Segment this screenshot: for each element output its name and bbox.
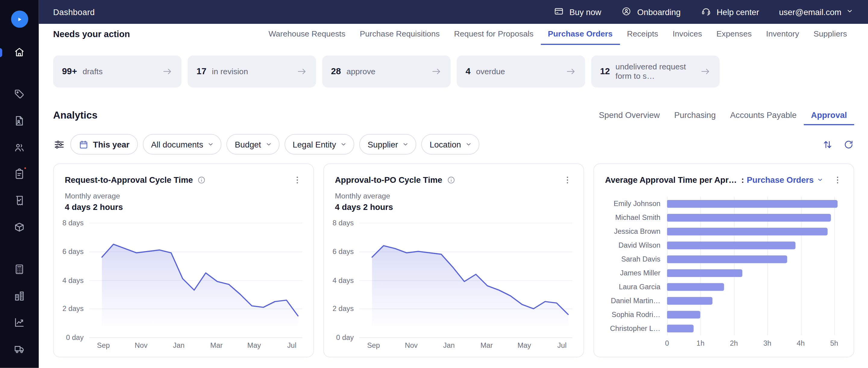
tab-inventory[interactable]: Inventory bbox=[759, 24, 806, 45]
tab-request-for-proposals[interactable]: Request for Proposals bbox=[447, 24, 541, 45]
analytics-tab-accounts-payable[interactable]: Accounts Payable bbox=[723, 105, 804, 125]
stat-card-approve[interactable]: 28approve bbox=[322, 56, 451, 88]
sidebar-item-orders[interactable] bbox=[0, 161, 39, 188]
bar bbox=[667, 310, 701, 318]
bar-row: Laura Garcia bbox=[605, 280, 843, 294]
x-tick-label: Sep bbox=[97, 341, 110, 349]
app-logo[interactable] bbox=[11, 10, 28, 28]
bar-label: Laura Garcia bbox=[605, 283, 667, 291]
bar-label: Jessica Brown bbox=[605, 227, 667, 235]
tab-warehouse-requests[interactable]: Warehouse Requests bbox=[261, 24, 352, 45]
chart-title: Approval-to-PO Cycle Time bbox=[335, 175, 442, 184]
bar-track bbox=[667, 210, 842, 224]
chevron-down-icon bbox=[265, 141, 272, 148]
bar-row: Sophia Rodri… bbox=[605, 307, 843, 321]
main-content: Needs your action Warehouse RequestsPurc… bbox=[39, 24, 868, 368]
date-range-picker[interactable]: This year bbox=[70, 134, 138, 154]
chart-menu-button[interactable] bbox=[292, 175, 302, 185]
buy-now-label: Buy now bbox=[569, 7, 601, 17]
sidebar-item-receipts[interactable] bbox=[0, 188, 39, 215]
bar-chart-area: Emily JohnsonMichael SmithJessica BrownD… bbox=[605, 197, 843, 347]
bar-track bbox=[667, 252, 842, 266]
stat-card-drafts[interactable]: 99+drafts bbox=[53, 56, 181, 88]
filter-location[interactable]: Location bbox=[421, 134, 479, 154]
chevron-down-icon bbox=[207, 141, 214, 148]
bar-track bbox=[667, 321, 842, 335]
sidebar-item-logistics[interactable] bbox=[0, 336, 39, 363]
sidebar-item-pricing[interactable] bbox=[0, 81, 39, 108]
analytics-tab-approval[interactable]: Approval bbox=[804, 105, 854, 125]
bar bbox=[667, 255, 787, 263]
chart-menu-button[interactable] bbox=[832, 175, 842, 185]
sidebar-item-inventory[interactable] bbox=[0, 215, 39, 241]
sidebar-item-budgets[interactable] bbox=[0, 256, 39, 283]
bar-track bbox=[667, 280, 842, 294]
bar-track bbox=[667, 307, 842, 321]
headset-icon bbox=[701, 6, 711, 18]
document-tabs: Warehouse RequestsPurchase RequisitionsR… bbox=[261, 24, 854, 45]
analytics-tab-purchasing[interactable]: Purchasing bbox=[667, 105, 723, 125]
bar bbox=[667, 214, 831, 221]
document-type-selector[interactable]: Purchase Orders bbox=[747, 175, 824, 184]
chart-menu-button[interactable] bbox=[562, 175, 572, 185]
help-center-button[interactable]: Help center bbox=[701, 6, 759, 18]
tab-expenses[interactable]: Expenses bbox=[709, 24, 759, 45]
filter-supplier[interactable]: Supplier bbox=[359, 134, 416, 154]
filter-budget[interactable]: Budget bbox=[226, 134, 279, 154]
arrow-right-icon bbox=[431, 66, 442, 77]
plot-area bbox=[359, 223, 572, 337]
tab-purchase-requisitions[interactable]: Purchase Requisitions bbox=[352, 24, 447, 45]
tab-receipts[interactable]: Receipts bbox=[620, 24, 665, 45]
sort-button[interactable] bbox=[822, 139, 833, 150]
filter-settings-button[interactable] bbox=[53, 138, 65, 150]
chart-card-average-approval-time: Average Approval Time per Apro… : Purcha… bbox=[593, 164, 854, 358]
info-icon[interactable] bbox=[197, 175, 206, 184]
tab-suppliers[interactable]: Suppliers bbox=[806, 24, 854, 45]
tab-invoices[interactable]: Invoices bbox=[665, 24, 709, 45]
bar-row: James Miller bbox=[605, 266, 843, 280]
analytics-chart-icon bbox=[13, 316, 25, 330]
stat-card-overdue[interactable]: 4overdue bbox=[457, 56, 585, 88]
line-chart-area: 8 days6 days4 days2 days0 daySepNovJanMa… bbox=[65, 223, 302, 349]
arrow-right-icon bbox=[565, 66, 576, 77]
x-tick-label: Jul bbox=[557, 341, 567, 349]
filter-all-documents[interactable]: All documents bbox=[143, 134, 221, 154]
y-axis: 8 days6 days4 days2 days0 day bbox=[335, 223, 359, 337]
buy-now-button[interactable]: Buy now bbox=[553, 6, 601, 18]
y-tick-label: 6 days bbox=[333, 247, 353, 256]
line-chart bbox=[359, 223, 572, 337]
bar-track bbox=[667, 197, 842, 210]
chevron-down-icon bbox=[846, 7, 854, 17]
tab-purchase-orders[interactable]: Purchase Orders bbox=[541, 24, 620, 45]
onboarding-button[interactable]: Onboarding bbox=[621, 6, 681, 18]
stat-card-in-revision[interactable]: 17in revision bbox=[188, 56, 316, 88]
info-icon[interactable] bbox=[447, 175, 456, 184]
plot-area bbox=[89, 223, 302, 337]
analytics-title: Analytics bbox=[53, 105, 97, 125]
filter-legal-entity[interactable]: Legal Entity bbox=[284, 134, 354, 154]
sidebar-item-analytics[interactable] bbox=[0, 310, 39, 336]
user-menu[interactable]: user@email.com bbox=[779, 7, 854, 17]
x-axis: SepNovJanMarMayJul bbox=[359, 338, 572, 349]
needs-action-title: Needs your action bbox=[53, 24, 130, 45]
stat-label: drafts bbox=[83, 67, 103, 76]
chart-card-header: Request-to-Approval Cycle Time bbox=[65, 174, 302, 186]
chart-title: Request-to-Approval Cycle Time bbox=[65, 175, 193, 184]
orders-clipboard-icon bbox=[13, 168, 25, 181]
stat-label: undelivered request form to s… bbox=[615, 62, 688, 81]
analytics-header: Analytics Spend OverviewPurchasingAccoun… bbox=[53, 105, 854, 125]
stat-value: 12 bbox=[600, 66, 610, 76]
y-tick-label: 0 day bbox=[336, 333, 353, 342]
stat-card-undelivered-request-form[interactable]: 12undelivered request form to s… bbox=[591, 56, 720, 88]
sidebar-item-organization[interactable] bbox=[0, 283, 39, 310]
x-axis: 01h2h3h4h5h bbox=[667, 335, 842, 347]
x-tick-label: Sep bbox=[367, 341, 380, 349]
sidebar-item-requisitions[interactable] bbox=[0, 108, 39, 135]
sidebar-item-home[interactable] bbox=[0, 39, 39, 66]
sidebar-item-suppliers[interactable] bbox=[0, 135, 39, 161]
x-tick-label: 4h bbox=[797, 339, 805, 347]
bar-row: Jessica Brown bbox=[605, 224, 843, 238]
refresh-button[interactable] bbox=[843, 139, 854, 150]
analytics-tab-spend-overview[interactable]: Spend Overview bbox=[592, 105, 667, 125]
x-tick-label: May bbox=[518, 341, 531, 349]
